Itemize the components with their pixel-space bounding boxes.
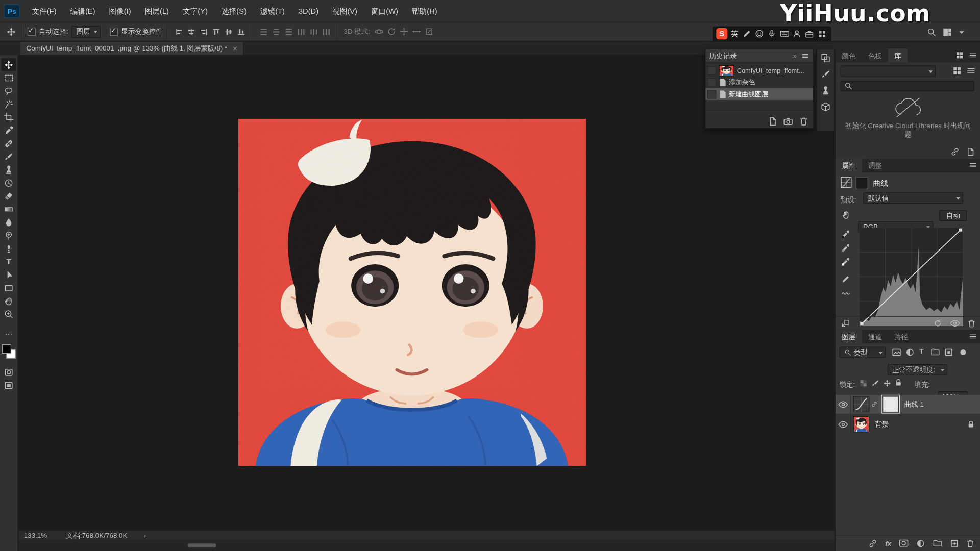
menu-item-type[interactable]: 文字(Y) bbox=[176, 0, 214, 22]
align-center-v-icon[interactable] bbox=[223, 26, 235, 38]
visibility-eye-icon[interactable] bbox=[950, 320, 960, 327]
layer-mask-thumbnail[interactable] bbox=[883, 396, 899, 412]
edit-toolbar-button[interactable]: … bbox=[5, 329, 13, 339]
menu-item-filter[interactable]: 滤镜(T) bbox=[253, 0, 291, 22]
brush-tool[interactable] bbox=[1, 150, 16, 163]
new-group-folder-icon[interactable] bbox=[933, 539, 943, 547]
blur-tool[interactable] bbox=[1, 215, 16, 229]
brush-settings-panel-icon[interactable] bbox=[820, 69, 830, 80]
3d-panel-cube-icon[interactable] bbox=[820, 102, 830, 112]
black-point-eyedropper-icon[interactable] bbox=[841, 230, 850, 239]
tab-paths[interactable]: 路径 bbox=[888, 330, 914, 344]
menu-item-file[interactable]: 文件(F) bbox=[25, 0, 63, 22]
tab-color[interactable]: 颜色 bbox=[836, 49, 862, 63]
auto-select-target-dropdown[interactable]: 图层 bbox=[71, 26, 101, 38]
distribute-left-icon[interactable] bbox=[295, 26, 307, 38]
distribute-center-v-icon[interactable] bbox=[270, 26, 282, 38]
ime-pen-icon[interactable] bbox=[741, 28, 752, 40]
menu-item-layer[interactable]: 图层(L) bbox=[138, 0, 176, 22]
panel-menu-icon[interactable] bbox=[801, 52, 810, 60]
library-link-icon[interactable] bbox=[950, 147, 959, 156]
status-chevron-icon[interactable]: › bbox=[143, 532, 145, 539]
scrollbar-thumb[interactable] bbox=[187, 543, 216, 547]
layer-name[interactable]: 背景 bbox=[875, 419, 889, 429]
gray-point-eyedropper-icon[interactable] bbox=[841, 244, 850, 253]
delete-state-trash-icon[interactable] bbox=[799, 116, 808, 126]
close-tab-icon[interactable]: × bbox=[233, 44, 237, 53]
library-view-list-icon[interactable] bbox=[966, 66, 975, 76]
curves-layer-thumbnail[interactable] bbox=[853, 396, 869, 412]
menu-item-edit[interactable]: 编辑(E) bbox=[63, 0, 102, 22]
lock-transparency-icon[interactable] bbox=[860, 379, 868, 387]
new-layer-icon[interactable] bbox=[950, 539, 959, 547]
draw-curve-pencil-icon[interactable] bbox=[841, 275, 850, 284]
align-right-icon[interactable] bbox=[198, 26, 210, 38]
align-left-icon[interactable] bbox=[173, 26, 185, 38]
menu-item-select[interactable]: 选择(S) bbox=[214, 0, 253, 22]
layer-filter-dropdown[interactable]: 类型 bbox=[839, 347, 886, 358]
preset-dropdown[interactable]: 默认值 bbox=[863, 192, 963, 204]
filter-toggle-icon[interactable] bbox=[960, 348, 967, 356]
tool-preset-move-icon[interactable] bbox=[5, 26, 17, 38]
tab-channels[interactable]: 通道 bbox=[862, 330, 888, 344]
tab-properties[interactable]: 属性 bbox=[836, 159, 862, 172]
ime-language-toggle[interactable]: 英 bbox=[729, 28, 740, 40]
filter-group-layers-icon[interactable] bbox=[930, 348, 940, 356]
3d-roll-icon[interactable] bbox=[385, 26, 398, 38]
history-step-row-selected[interactable]: 新建曲线图层 bbox=[705, 88, 813, 100]
document-tab[interactable]: ComfyUI_temp_ffomt_00001_.png @ 133% (曲线… bbox=[20, 42, 243, 55]
link-layers-icon[interactable] bbox=[868, 539, 877, 547]
panel-menu-icon[interactable] bbox=[969, 332, 977, 340]
history-source-well[interactable] bbox=[707, 78, 716, 86]
library-search-input[interactable] bbox=[841, 81, 974, 91]
layer-name[interactable]: 曲线 1 bbox=[904, 399, 924, 409]
layer-row-background[interactable]: 背景 bbox=[836, 415, 980, 434]
menu-item-3d[interactable]: 3D(D) bbox=[291, 0, 325, 22]
white-point-eyedropper-icon[interactable] bbox=[841, 257, 850, 266]
type-tool[interactable]: T bbox=[1, 255, 16, 268]
horizontal-scrollbar[interactable] bbox=[19, 540, 835, 551]
distribute-top-icon[interactable] bbox=[258, 26, 270, 38]
clip-to-layer-icon[interactable] bbox=[841, 318, 850, 328]
auto-select-checkbox[interactable] bbox=[28, 28, 36, 36]
clone-source-panel-icon[interactable] bbox=[820, 86, 830, 96]
library-select-dropdown[interactable] bbox=[841, 66, 936, 77]
distribute-center-h-icon[interactable] bbox=[308, 26, 320, 38]
screen-mode-button[interactable] bbox=[1, 379, 16, 392]
expand-panels-icon[interactable] bbox=[820, 53, 830, 63]
marquee-tool[interactable] bbox=[1, 71, 16, 85]
collapse-panel-icon[interactable]: » bbox=[793, 52, 797, 60]
new-document-from-state-icon[interactable] bbox=[768, 116, 777, 126]
ime-emoji-icon[interactable] bbox=[754, 28, 765, 40]
history-source-well[interactable] bbox=[707, 90, 716, 98]
filter-smart-object-icon[interactable] bbox=[944, 348, 953, 357]
tab-adjustments[interactable]: 调整 bbox=[862, 159, 888, 172]
add-layer-mask-icon[interactable] bbox=[899, 539, 909, 547]
healing-brush-tool[interactable] bbox=[1, 137, 16, 150]
menu-item-help[interactable]: 帮助(H) bbox=[405, 0, 444, 22]
3d-orbit-icon[interactable] bbox=[373, 26, 385, 38]
panel-menu-icon[interactable] bbox=[969, 161, 977, 169]
library-view-grid-icon[interactable] bbox=[952, 66, 962, 76]
ime-mic-icon[interactable] bbox=[766, 28, 777, 40]
hand-tool[interactable] bbox=[1, 294, 16, 308]
3d-pan-icon[interactable] bbox=[398, 26, 410, 38]
panel-grid-icon[interactable] bbox=[955, 51, 964, 59]
move-tool[interactable] bbox=[1, 58, 16, 71]
align-bottom-icon[interactable] bbox=[235, 26, 247, 38]
tab-swatches[interactable]: 色板 bbox=[862, 49, 888, 63]
align-center-h-icon[interactable] bbox=[185, 26, 198, 38]
layer-row-curves[interactable]: 曲线 1 bbox=[836, 395, 980, 414]
curve-white-point[interactable] bbox=[959, 229, 962, 232]
history-step-row[interactable]: 添加杂色 bbox=[705, 76, 813, 88]
filter-pixel-layers-icon[interactable] bbox=[892, 348, 901, 357]
delete-layer-trash-icon[interactable] bbox=[966, 539, 974, 547]
pen-tool[interactable] bbox=[1, 242, 16, 255]
history-brush-tool[interactable] bbox=[1, 176, 16, 189]
zoom-tool[interactable] bbox=[1, 307, 16, 320]
dodge-tool[interactable] bbox=[1, 229, 16, 242]
quick-mask-button[interactable] bbox=[1, 365, 16, 379]
targeted-adjustment-icon[interactable] bbox=[841, 210, 851, 220]
menu-item-image[interactable]: 图像(I) bbox=[102, 0, 138, 22]
smooth-curve-icon[interactable] bbox=[841, 289, 850, 297]
